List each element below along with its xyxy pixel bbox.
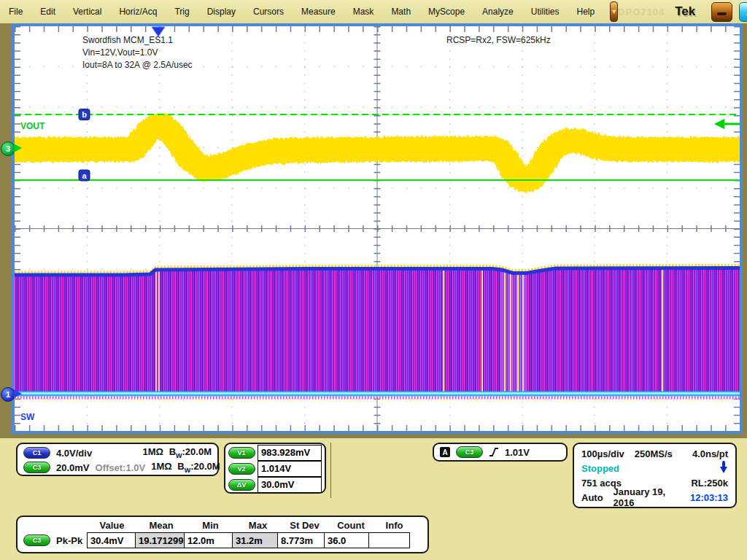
- measurement-name[interactable]: Pk-Pk: [56, 535, 82, 546]
- measurement-header-row: Value Mean Min Max St Dev Count Info: [18, 520, 427, 531]
- oscilloscope-screen: File Edit Vertical Horiz/Acq Trig Displa…: [0, 0, 747, 560]
- header-mean: Mean: [136, 520, 186, 531]
- annotation-line1: Swordfish MCM_ES1.1: [82, 35, 173, 45]
- sw-waveform-label: SW: [20, 412, 34, 422]
- channel-3-label: 3: [6, 144, 10, 153]
- channel-1-position-marker[interactable]: 1: [1, 387, 15, 402]
- display-area: b a Swordfish MCM_ES1.1 Vin=12V,Vout=1.0…: [0, 23, 747, 438]
- measurement-row: C3 Pk-Pk 30.4mV 19.171299m 12.0m 31.2m 8…: [18, 532, 427, 548]
- annotation-line3: Iout=8A to 32A @ 2.5A/usec: [82, 60, 193, 70]
- ch1-impedance: 1MΩ: [143, 446, 163, 457]
- titlebar-right: DPO7104 Tek X: [618, 2, 747, 22]
- ch3-bandwidth: BW:20.0M: [177, 461, 220, 474]
- time-label: 12:03:13: [690, 492, 728, 503]
- header-min: Min: [186, 520, 235, 531]
- trigger-mode[interactable]: Auto: [581, 492, 603, 503]
- graticule-frame: b a Swordfish MCM_ES1.1 Vin=12V,Vout=1.0…: [12, 23, 743, 434]
- timebase-scale[interactable]: 100µs/div: [581, 448, 624, 459]
- vout-waveform-label: VOUT: [20, 121, 44, 131]
- ch1-bandwidth: BW:20.0M: [169, 446, 212, 459]
- menu-mask[interactable]: Mask: [344, 4, 383, 20]
- channel-3-position-marker[interactable]: 3: [1, 141, 15, 156]
- measurement-count: 36.0: [324, 532, 369, 548]
- cursor-dv-value: 30.0mV: [258, 477, 322, 493]
- acquisition-status: Stopped: [581, 463, 619, 474]
- tek-logo: Tek: [675, 4, 695, 19]
- ch3-scale[interactable]: 20.0mV: [56, 462, 90, 473]
- menu-dropdown-button[interactable]: ▼: [610, 1, 618, 22]
- svg-text:a: a: [82, 171, 87, 180]
- measurement-max: 31.2m: [232, 532, 278, 548]
- channel-1-pill[interactable]: C1: [23, 447, 50, 459]
- minimize-icon: [717, 12, 727, 15]
- menu-analyze[interactable]: Analyze: [473, 4, 522, 20]
- header-stdev: St Dev: [281, 520, 328, 531]
- rising-edge-icon: [489, 446, 499, 458]
- trigger-group-badge[interactable]: A: [440, 447, 450, 457]
- trigger-source-pill[interactable]: C3: [456, 446, 483, 458]
- sw-waveform: [15, 265, 740, 400]
- panel-divider: [330, 443, 331, 498]
- cursor-v1-value: 983.928mV: [258, 445, 322, 461]
- header-max: Max: [235, 520, 281, 531]
- measurement-value: 30.4mV: [87, 532, 136, 548]
- cursor-b-badge[interactable]: b: [79, 109, 90, 120]
- cursor-readout-panel: V1 983.928mV V2 1.014V ΔV 30.0mV: [224, 443, 326, 494]
- menu-display[interactable]: Display: [198, 4, 244, 20]
- menu-utilities[interactable]: Utilities: [522, 4, 568, 20]
- cursor-v1-pill: V1: [228, 447, 255, 459]
- measurement-header-spacer: [18, 520, 88, 531]
- measurement-mean: 19.171299m: [135, 532, 185, 548]
- trigger-level-value[interactable]: 1.01V: [505, 447, 530, 458]
- sample-rate: 250MS/s: [635, 448, 673, 459]
- trigger-panel: A C3 1.01V: [433, 443, 568, 462]
- menu-horiz-acq[interactable]: Horiz/Acq: [110, 4, 166, 20]
- measurement-source-pill[interactable]: C3: [23, 534, 50, 546]
- menu-edit[interactable]: Edit: [31, 4, 64, 20]
- record-position-icon: [719, 460, 728, 477]
- date-label: January 19, 2016: [614, 486, 680, 508]
- channel-1-label: 1: [6, 390, 10, 399]
- cursor-v2-value: 1.014V: [258, 461, 322, 477]
- cursor-a-badge[interactable]: a: [79, 170, 90, 181]
- menu-trig[interactable]: Trig: [166, 4, 198, 20]
- trigger-level-arrow[interactable]: [714, 119, 740, 129]
- model-label: DPO7104: [618, 7, 665, 18]
- channel-3-pill[interactable]: C3: [23, 462, 50, 473]
- header-value: Value: [88, 520, 136, 531]
- annotation-right: RCSP=Rx2, FSW=625kHz: [446, 35, 551, 45]
- ch1-scale[interactable]: 4.0V/div: [56, 448, 92, 459]
- header-info: Info: [374, 520, 415, 531]
- measurement-info: [368, 532, 410, 548]
- cursor-v2-pill: V2: [228, 463, 255, 475]
- header-count: Count: [328, 520, 374, 531]
- cursor-dv-pill: ΔV: [228, 479, 255, 491]
- waveform-plot: b a: [15, 26, 740, 431]
- ch3-impedance: 1MΩ: [151, 461, 171, 472]
- channel-settings-panel: C1 4.0V/div 1MΩ BW:20.0M C3 20.0mV Offse…: [16, 443, 219, 476]
- measurement-min: 12.0m: [184, 532, 233, 548]
- menu-bar: File Edit Vertical Horiz/Acq Trig Displa…: [0, 0, 747, 23]
- record-length: RL:250k: [691, 478, 728, 489]
- timebase-panel: 100µs/div 250MS/s 4.0ns/pt Stopped 751 a…: [573, 443, 737, 508]
- menu-myscope[interactable]: MyScope: [419, 4, 473, 20]
- measurement-panel: Value Mean Min Max St Dev Count Info C3 …: [16, 516, 429, 553]
- sample-resolution: 4.0ns/pt: [692, 448, 728, 459]
- channel-1-arrow-icon: [14, 389, 22, 398]
- minimize-button[interactable]: [711, 2, 732, 22]
- menu-file[interactable]: File: [0, 4, 31, 20]
- measurement-stdev: 8.773m: [277, 532, 325, 548]
- menu-math[interactable]: Math: [382, 4, 419, 20]
- close-button[interactable]: X: [739, 2, 747, 22]
- chevron-down-icon: ▼: [611, 8, 617, 15]
- menu-measure[interactable]: Measure: [293, 4, 344, 20]
- menu-cursors[interactable]: Cursors: [244, 4, 293, 20]
- readout-area: C1 4.0V/div 1MΩ BW:20.0M C3 20.0mV Offse…: [0, 438, 747, 560]
- svg-text:b: b: [82, 110, 87, 119]
- ch3-offset: Offset:1.0V: [96, 462, 146, 473]
- menu-help[interactable]: Help: [568, 4, 603, 20]
- menu-vertical[interactable]: Vertical: [64, 4, 110, 20]
- annotation-line2: Vin=12V,Vout=1.0V: [82, 47, 158, 58]
- channel-3-arrow-icon: [14, 144, 22, 152]
